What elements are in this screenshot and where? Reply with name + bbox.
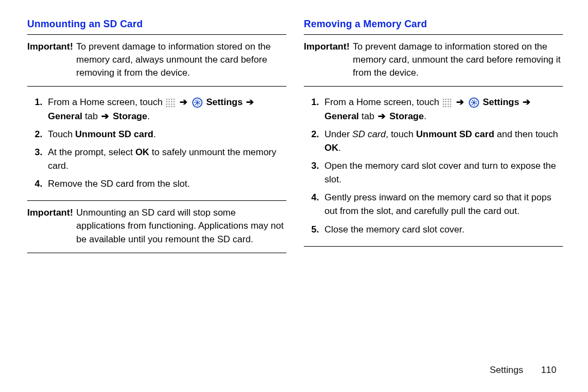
step-number: 1. xyxy=(27,95,48,109)
arrow-icon: ➔ xyxy=(455,97,465,107)
divider xyxy=(27,253,286,253)
step-text: Remove the SD card from the slot. xyxy=(48,177,286,191)
step-item: 4. Gently press inward on the memory car… xyxy=(304,189,563,221)
arrow-icon: ➔ xyxy=(100,111,110,121)
important-label: Important! xyxy=(27,40,76,53)
text: tab xyxy=(359,111,377,121)
text: . xyxy=(154,129,156,139)
step-item: 3. Open the memory card slot cover and t… xyxy=(304,158,563,189)
step-text: Open the memory card slot cover and turn… xyxy=(324,159,563,186)
divider xyxy=(27,200,286,201)
important-label: Important! xyxy=(27,206,76,219)
text-bold: General xyxy=(324,111,359,121)
footer-page-number: 110 xyxy=(541,365,556,375)
important-note: Important! To prevent damage to informat… xyxy=(27,40,286,83)
right-column: Removing a Memory Card Important! To pre… xyxy=(304,19,563,259)
step-text: Under SD card, touch Unmount SD card and… xyxy=(324,127,563,155)
text-italic: SD card xyxy=(352,129,385,139)
arrow-icon: ➔ xyxy=(245,97,255,107)
step-number: 4. xyxy=(27,177,48,191)
step-text: Gently press inward on the memory card s… xyxy=(324,191,563,218)
text: . xyxy=(424,111,426,121)
step-item: 1. From a Home screen, touch ➔ Settings … xyxy=(304,94,563,126)
arrow-icon: ➔ xyxy=(522,97,531,107)
settings-gear-icon xyxy=(469,97,479,108)
text-bold: OK xyxy=(136,147,150,157)
text-bold: Settings xyxy=(483,97,519,107)
important-text: To prevent damage to information stored … xyxy=(76,40,286,79)
important-note: Important! To prevent damage to informat… xyxy=(304,40,563,83)
text: tab xyxy=(82,111,100,121)
text: At the prompt, select xyxy=(48,147,136,157)
step-number: 2. xyxy=(27,127,48,141)
step-item: 5. Close the memory card slot cover. xyxy=(304,222,563,240)
text: Touch xyxy=(48,129,75,139)
text: , touch xyxy=(385,129,416,139)
important-text: To prevent damage to information stored … xyxy=(353,40,563,79)
divider xyxy=(304,86,563,87)
steps-list: 1. From a Home screen, touch ➔ Settings … xyxy=(27,92,286,197)
step-item: 1. From a Home screen, touch ➔ Settings … xyxy=(27,94,286,126)
section-title-left: Unmounting an SD Card xyxy=(27,19,286,30)
step-item: 3. At the prompt, select OK to safely un… xyxy=(27,144,286,176)
page-footer: Settings 110 xyxy=(489,365,556,376)
arrow-icon: ➔ xyxy=(179,97,188,107)
apps-grid-icon xyxy=(442,98,452,108)
step-item: 2. Touch Unmount SD card. xyxy=(27,126,286,144)
steps-list: 1. From a Home screen, touch ➔ Settings … xyxy=(304,92,563,242)
text-bold: Settings xyxy=(206,97,243,107)
step-number: 3. xyxy=(304,159,324,173)
step-item: 4. Remove the SD card from the slot. xyxy=(27,176,286,194)
arrow-icon: ➔ xyxy=(377,111,387,121)
left-column: Unmounting an SD Card Important! To prev… xyxy=(27,19,286,259)
step-text: From a Home screen, touch ➔ Settings ➔ G… xyxy=(324,95,563,122)
important-label: Important! xyxy=(304,40,353,53)
important-note: Important! Unmounting an SD card will st… xyxy=(27,206,286,249)
text-bold: OK xyxy=(324,143,339,153)
step-number: 3. xyxy=(27,145,48,159)
apps-grid-icon xyxy=(166,98,175,108)
text: From a Home screen, touch xyxy=(324,97,442,107)
text-bold: General xyxy=(48,111,82,121)
important-text: Unmounting an SD card will stop some app… xyxy=(76,206,286,246)
step-text: From a Home screen, touch ➔ Settings ➔ G… xyxy=(48,95,286,122)
text: . xyxy=(147,111,150,121)
text-bold: Unmount SD card xyxy=(75,129,154,139)
step-number: 4. xyxy=(304,191,324,204)
text-bold: Storage xyxy=(389,111,424,121)
text: and then touch xyxy=(494,129,558,139)
step-number: 2. xyxy=(304,127,324,141)
step-number: 1. xyxy=(304,95,324,109)
step-number: 5. xyxy=(304,223,324,236)
section-title-right: Removing a Memory Card xyxy=(304,19,563,30)
step-text: At the prompt, select OK to safely unmou… xyxy=(48,145,286,173)
text: . xyxy=(339,143,341,153)
text: From a Home screen, touch xyxy=(48,97,165,107)
divider xyxy=(27,86,286,87)
footer-section: Settings xyxy=(489,365,523,375)
divider xyxy=(27,34,286,35)
step-text: Touch Unmount SD card. xyxy=(48,127,286,141)
page-two-column: Unmounting an SD Card Important! To prev… xyxy=(0,0,588,259)
divider xyxy=(304,34,563,35)
text: Under xyxy=(324,129,352,139)
divider xyxy=(304,246,563,247)
step-item: 2. Under SD card, touch Unmount SD card … xyxy=(304,126,563,158)
text-bold: Storage xyxy=(113,111,147,121)
settings-gear-icon xyxy=(192,97,203,108)
step-text: Close the memory card slot cover. xyxy=(324,223,563,236)
text-bold: Unmount SD card xyxy=(416,129,494,139)
